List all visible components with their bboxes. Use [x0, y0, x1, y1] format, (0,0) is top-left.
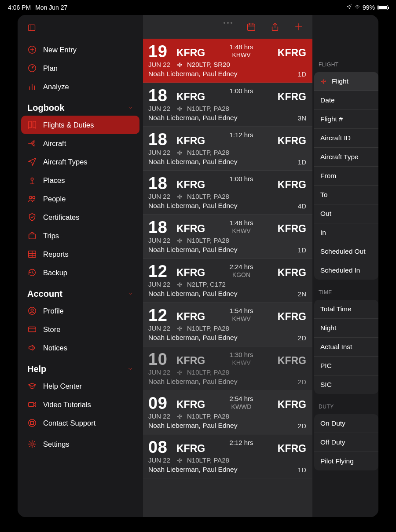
flight-row[interactable]: 18 KFRG 1:48 hrs KHWV KFRG JUN 22 N10LTP…: [143, 215, 312, 259]
flight-row[interactable]: 18 KFRG 1:12 hrs KFRG JUN 22 N10LTP, PA2…: [143, 127, 312, 171]
detail-row-pilot-flying[interactable]: Pilot Flying: [314, 452, 378, 470]
nav-item-label: Aircraft Types: [43, 158, 88, 166]
nav-item-places[interactable]: Places: [21, 171, 139, 189]
nav-item-label: Trips: [43, 232, 59, 240]
detail-row-aircraft-id[interactable]: Aircraft ID: [314, 129, 378, 148]
flight-aircraft: N10LTP, PA28: [187, 412, 229, 420]
share-icon[interactable]: [270, 22, 280, 32]
nav-group-title[interactable]: Account: [21, 284, 139, 302]
flight-day: 18: [148, 175, 176, 192]
detail-row-out[interactable]: Out: [314, 204, 378, 223]
nav-item-aircraft[interactable]: Aircraft: [21, 134, 139, 153]
flight-duration: 1:30 hrs: [205, 351, 278, 359]
flight-row[interactable]: 10 KFRG 1:30 hrs KHWV KFRG JUN 22 N10LTP…: [143, 346, 312, 390]
nav-group-title[interactable]: Logbook: [21, 98, 139, 116]
svg-rect-33: [248, 24, 255, 31]
nav-item-trips[interactable]: Trips: [21, 226, 139, 245]
gear-icon: [27, 439, 37, 449]
flight-row[interactable]: 12 KFRG 2:24 hrs KGON KFRG JUN 22 N2LTP,…: [143, 259, 312, 302]
nav-item-notices[interactable]: Notices: [21, 339, 139, 357]
flight-via: KWWD: [205, 403, 278, 411]
svg-line-31: [33, 420, 35, 422]
nav-item-backup[interactable]: Backup: [21, 263, 139, 282]
detail-row-aircraft-type[interactable]: Aircraft Type: [314, 148, 378, 167]
window-handle[interactable]: [224, 22, 232, 24]
detail-row-flight-[interactable]: Flight #: [314, 110, 378, 129]
flight-crew: Noah Lieberman, Paul Edney: [148, 422, 238, 430]
flight-dest: KFRG: [278, 311, 306, 323]
megaphone-icon: [27, 343, 37, 353]
nav-item-label: New Entry: [43, 46, 77, 54]
flight-month: JUN 22: [148, 237, 173, 244]
nav-item-video-tutorials[interactable]: Video Tutorials: [21, 395, 139, 414]
plus-icon[interactable]: [294, 22, 304, 32]
flight-month: JUN 22: [148, 193, 173, 200]
flight-row[interactable]: 18 KFRG 1:00 hrs KFRG JUN 22 N10LTP, PA2…: [143, 171, 312, 215]
pin-icon: [27, 175, 37, 185]
nav-item-aircraft-types[interactable]: Aircraft Types: [21, 153, 139, 171]
detail-row-on-duty[interactable]: On Duty: [314, 414, 378, 433]
chevron-down-icon: [127, 103, 133, 113]
detail-row-scheduled-out[interactable]: Scheduled Out: [314, 242, 378, 261]
detail-row-actual-inst[interactable]: Actual Inst: [314, 338, 378, 357]
flight-duration: 1:48 hrs: [205, 219, 278, 227]
detail-row-off-duty[interactable]: Off Duty: [314, 433, 378, 452]
detail-row-scheduled-in[interactable]: Scheduled In: [314, 261, 378, 280]
nav-item-people[interactable]: People: [21, 189, 139, 208]
nav-item-contact-support[interactable]: Contact Support: [21, 414, 139, 432]
detail-row-from[interactable]: From: [314, 167, 378, 186]
flight-row[interactable]: 09 KFRG 2:54 hrs KWWD KFRG JUN 22 N10LTP…: [143, 390, 312, 434]
flight-aircraft: N20LTP, SR20: [187, 61, 230, 68]
detail-row-night[interactable]: Night: [314, 319, 378, 338]
paperplane-icon: [27, 157, 37, 167]
detail-row-total-time[interactable]: Total Time: [314, 300, 378, 319]
flight-tag: 1D: [298, 466, 306, 474]
calendar-icon[interactable]: [246, 22, 256, 32]
flight-row[interactable]: 08 KFRG 2:12 hrs KFRG JUN 22 N10LTP, PA2…: [143, 434, 312, 478]
sidebar-toggle-icon[interactable]: [26, 23, 37, 34]
flight-row[interactable]: 12 KFRG 1:54 hrs KHWV KFRG JUN 22 N10LTP…: [143, 302, 312, 346]
nav-item-settings[interactable]: Settings: [21, 435, 139, 453]
nav-item-reports[interactable]: Reports: [21, 245, 139, 263]
nav-item-label: Notices: [43, 344, 67, 352]
briefcase-icon: [27, 231, 37, 240]
detail-group-title: TIME: [312, 287, 378, 298]
flight-via: KHWV: [205, 359, 278, 367]
flight-tag: 2D: [298, 334, 306, 342]
flight-origin: KFRG: [176, 135, 205, 147]
flight-month: JUN 22: [148, 61, 173, 68]
flight-month: JUN 22: [148, 368, 173, 376]
nav-item-label: Plan: [43, 64, 58, 73]
svg-line-20: [32, 273, 33, 273]
flight-day: 18: [148, 131, 176, 148]
detail-row-to[interactable]: To: [314, 186, 378, 204]
nav-item-flights-duties[interactable]: Flights & Duties: [21, 116, 139, 134]
flight-row[interactable]: 18 KFRG 1:00 hrs KFRG JUN 22 N10LTP, PA2…: [143, 83, 312, 127]
flight-row[interactable]: 19 KFRG 1:48 hrs KHWV KFRG JUN 22 N20LTP…: [143, 39, 312, 83]
nav-item-store[interactable]: Store: [21, 320, 139, 339]
flight-via: KHWV: [205, 315, 278, 323]
plane-small-icon: [176, 61, 183, 68]
flight-crew: Noah Lieberman, Paul Edney: [148, 158, 238, 166]
flight-duration: 1:48 hrs: [205, 43, 278, 51]
detail-row-in[interactable]: In: [314, 223, 378, 242]
detail-row-date[interactable]: Date: [314, 91, 378, 110]
nav-item-new entry[interactable]: New Entry: [21, 40, 139, 59]
nav-group-title[interactable]: Help: [21, 360, 139, 377]
nav-item-profile[interactable]: Profile: [21, 302, 139, 320]
nav-item-certificates[interactable]: Certificates: [21, 208, 139, 226]
svg-line-29: [33, 424, 35, 426]
nav-item-label: Analyze: [43, 83, 69, 91]
detail-row-label: Scheduled In: [320, 266, 360, 274]
status-time: 4:06 PM: [8, 4, 31, 11]
nav-item-help-center[interactable]: Help Center: [21, 377, 139, 395]
detail-row-pic[interactable]: PIC: [314, 357, 378, 375]
flight-dest: KFRG: [278, 91, 306, 103]
flight-aircraft: N10LTP, PA28: [187, 237, 229, 244]
plane-icon: [27, 138, 37, 148]
detail-row-sic[interactable]: SIC: [314, 375, 378, 394]
chevron-down-icon: [127, 364, 133, 374]
nav-item-plan[interactable]: Plan: [21, 59, 139, 77]
detail-row-flight[interactable]: Flight: [314, 72, 378, 91]
nav-item-analyze[interactable]: Analyze: [21, 77, 139, 96]
